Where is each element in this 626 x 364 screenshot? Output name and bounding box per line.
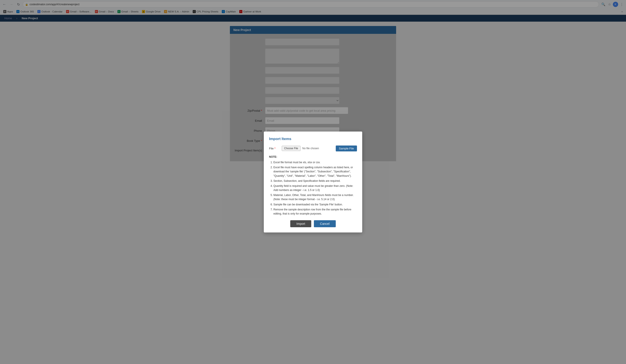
note-item-3: Section, Subsection, and Specification f… (274, 179, 357, 183)
note-item-4: Quantity field is required and value mus… (274, 184, 357, 192)
note-item-7: Remove the sample description row from t… (274, 208, 357, 216)
modal-buttons: Import Cancel (269, 220, 357, 227)
sample-file-button[interactable]: Sample File (336, 145, 357, 151)
modal-cancel-button[interactable]: Cancel (314, 220, 336, 227)
choose-file-button[interactable]: Choose File (282, 146, 301, 151)
modal-required-star: * (274, 147, 275, 150)
modal-overlay: Import Items File * Choose File No file … (0, 0, 626, 364)
modal-file-row: File * Choose File No file chosen Sample… (269, 145, 357, 151)
note-item-6: Sample file can be downloaded via the 'S… (274, 202, 357, 207)
note-item-1: Excel file format must be xls, xlsx or c… (274, 160, 357, 165)
note-item-2: Excel file must have exact spelling colu… (274, 165, 357, 178)
import-items-modal: Import Items File * Choose File No file … (264, 132, 362, 232)
notes-list: Excel file format must be xls, xlsx or c… (269, 160, 357, 216)
note-item-5: Material, Labor, Other, Total, and ManHo… (274, 193, 357, 201)
modal-file-label: File * (269, 147, 280, 150)
note-title: NOTE: (269, 155, 357, 159)
modal-title: Import Items (269, 137, 357, 141)
modal-notes: NOTE: Excel file format must be xls, xls… (269, 155, 357, 216)
modal-import-button[interactable]: Import (290, 220, 311, 227)
no-file-text: No file chosen (302, 147, 319, 150)
